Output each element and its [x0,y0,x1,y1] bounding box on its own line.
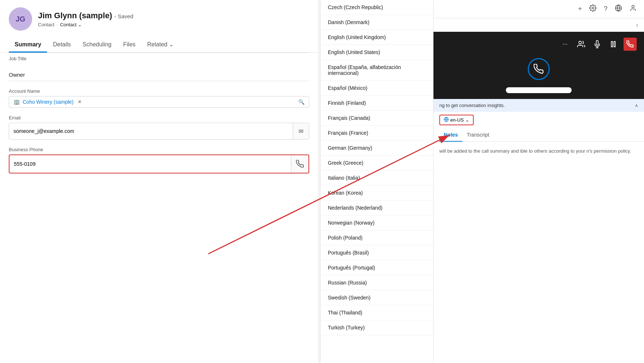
caller-name-pill [506,87,572,93]
lang-italiano[interactable]: Italiano (Italia) [321,171,433,186]
account-name-link[interactable]: Coho Winery (sample) [23,99,73,105]
lang-russian[interactable]: Russian (Russia) [321,275,433,290]
email-input[interactable] [9,125,293,138]
lang-english-uk[interactable]: English (United Kingdom) [321,30,433,45]
notes-content: will be added to the call summary and ib… [433,142,644,161]
plus-icon[interactable]: + [578,5,582,13]
settings-icon[interactable] [589,4,596,14]
lang-espanol-es[interactable]: Español (España, alfabetización internac… [321,60,433,81]
phone-input[interactable] [10,157,291,171]
saved-badge: - Saved [114,13,133,19]
lang-korean[interactable]: Korean (Korea) [321,186,433,200]
tab-files[interactable]: Files [117,37,141,52]
lang-norwegian[interactable]: Norwegian (Norway) [321,215,433,230]
lang-czech[interactable]: Czech (Czech Republic) [321,0,433,15]
account-name-field: 🏢 Coho Winery (sample) × 🔍 [9,96,309,108]
lang-selector-row: en-US ⌄ [433,112,644,128]
svg-point-0 [592,7,594,9]
language-selector-btn[interactable]: en-US ⌄ [439,115,474,125]
contact-type1: Contact [38,22,54,27]
lang-selector-chevron-icon: ⌄ [465,117,469,123]
account-search-icon[interactable]: 🔍 [298,99,304,105]
active-call-circle[interactable] [528,58,550,80]
info-bar-text: ng to get conversation insights. [439,103,635,108]
call-panel: ··· [433,32,644,99]
owner-value: Owner [9,69,309,81]
tab-notes[interactable]: Notes [439,128,462,141]
lang-english-us[interactable]: English (United States) [321,45,433,60]
svg-rect-7 [611,42,613,47]
notes-tabs: Notes Transcript [433,128,644,142]
tab-details[interactable]: Details [47,37,77,52]
lang-danish[interactable]: Danish (Denmark) [321,15,433,30]
business-phone-group: Business Phone [9,147,309,173]
mic-icon[interactable] [591,38,603,50]
avatar: JG [9,7,32,31]
email-label: Email [9,115,309,121]
email-field-row: ✉ [9,123,309,140]
tabs-bar: Summary Details Scheduling Files Related… [0,37,318,53]
contact-info: Jim Glynn (sample) - Saved Contact · Con… [38,11,133,27]
more-options-icon[interactable]: ··· [559,38,571,50]
right-panel: + ? › ··· [433,0,644,363]
lang-portugues-br[interactable]: Português (Brasil) [321,245,433,260]
phone-call-icon-btn[interactable] [291,155,308,173]
job-title-group: Job Title [9,53,309,61]
business-phone-label: Business Phone [9,147,309,152]
account-name-label: Account Name [9,88,309,94]
globe-lang-icon [444,117,449,123]
phone-field-row [9,154,309,173]
pause-icon[interactable] [607,38,619,50]
lang-francais-fr[interactable]: Français (France) [321,126,433,141]
contact-type2: Contact [60,22,76,27]
top-icon-bar: + ? [433,0,644,18]
svg-point-3 [632,5,634,8]
account-close-icon[interactable]: × [78,99,81,105]
info-bar: ng to get conversation insights. ∧ [433,99,644,112]
svg-rect-8 [614,42,615,47]
separator: · [57,22,58,27]
lang-german[interactable]: German (Germany) [321,141,433,156]
lang-espanol-mx[interactable]: Español (México) [321,81,433,96]
lang-finnish[interactable]: Finnish (Finland) [321,96,433,111]
owner-group: Owner [9,69,309,81]
account-name-group: Account Name 🏢 Coho Winery (sample) × 🔍 [9,88,309,108]
job-title-label: Job Title [9,56,309,61]
contact-type-dropdown[interactable]: Contact ⌄ [60,22,82,27]
lang-greek[interactable]: Greek (Greece) [321,156,433,171]
globe-nav-icon[interactable] [615,4,622,14]
lang-portugues-pt[interactable]: Português (Portugal) [321,260,433,275]
end-call-icon[interactable] [624,38,637,51]
people-icon[interactable] [575,38,587,50]
lang-swedish[interactable]: Swedish (Sweden) [321,290,433,305]
lang-turkish[interactable]: Turkish (Turkey) [321,320,433,335]
form-content: Job Title Owner Account Name 🏢 Coho Wine… [0,53,318,357]
contact-header: JG Jim Glynn (sample) - Saved Contact · … [0,0,318,37]
tab-summary[interactable]: Summary [9,37,47,52]
related-chevron-icon: ⌄ [169,41,174,48]
collapsed-bar: › [433,18,644,32]
panel-expand-icon[interactable]: › [636,21,638,29]
lang-nederlands[interactable]: Nederlands (Nederland) [321,200,433,215]
email-group: Email ✉ [9,115,309,140]
building-icon: 🏢 [14,99,20,105]
tab-transcript[interactable]: Transcript [462,128,494,141]
question-icon[interactable]: ? [604,5,607,13]
tab-related[interactable]: Related ⌄ [141,37,179,52]
dropdown-chevron-icon: ⌄ [78,22,82,27]
language-dropdown: Czech (Czech Republic) Danish (Denmark) … [320,0,433,363]
contact-name: Jim Glynn (sample) - Saved [38,11,133,20]
lang-thai[interactable]: Thai (Thailand) [321,305,433,320]
contact-meta: Contact · Contact ⌄ [38,22,133,27]
tab-scheduling[interactable]: Scheduling [77,37,117,52]
person-nav-icon[interactable] [629,4,637,14]
svg-point-4 [579,41,582,44]
lang-selector-label: en-US [450,117,464,123]
lang-polish[interactable]: Polish (Poland) [321,230,433,245]
lang-francais-ca[interactable]: Français (Canada) [321,111,433,126]
email-icon-btn[interactable]: ✉ [293,123,309,139]
crm-panel: JG Jim Glynn (sample) - Saved Contact · … [0,0,318,363]
info-bar-chevron-icon[interactable]: ∧ [635,103,638,108]
call-controls-row: ··· [441,38,637,51]
